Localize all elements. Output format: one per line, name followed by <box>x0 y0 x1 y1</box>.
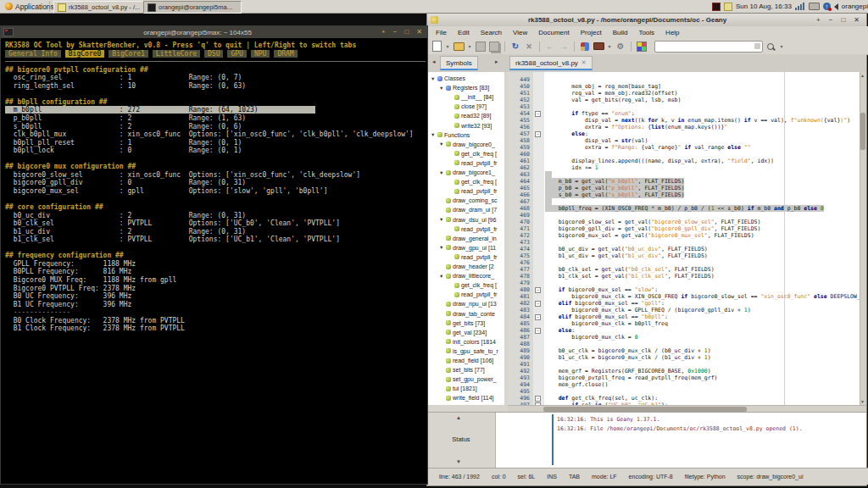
code-line[interactable]: 452 val = get_bits(reg_val, lsb, msb) <box>508 97 866 103</box>
code-line[interactable]: 485 bigcore0_mux_clk = b0pll_freq <box>508 320 866 327</box>
terminal-tab-gpu[interactable]: GPU <box>227 50 246 58</box>
symbol-item[interactable]: read_field [106] <box>439 356 493 365</box>
code-line[interactable]: 449 <box>508 76 866 83</box>
code-line[interactable]: 453 <box>508 103 866 110</box>
terminal-maximize-button[interactable]: □ <box>404 26 409 38</box>
code-line[interactable]: 461 display_lines.append(((name, disp_va… <box>508 158 866 164</box>
fold-marker-icon[interactable]: − <box>535 287 541 293</box>
code-line[interactable]: 472 bigcore0_mux_sel = get_val("bigcore0… <box>508 232 866 239</box>
save-button[interactable] <box>475 41 487 53</box>
menu-tools[interactable]: Tools <box>638 29 654 36</box>
code-line[interactable]: 487 bigcore0_mux_clk = 0 <box>508 334 866 341</box>
symbol-item[interactable]: ▼draw_gpu_ui [11 <box>439 243 496 252</box>
task-button-geany[interactable]: rk3588_octool_v8.py - /... <box>53 1 147 14</box>
execute-button[interactable]: ⚙ <box>615 41 626 53</box>
keyboard-layout-icon[interactable] <box>809 3 820 10</box>
code-line[interactable]: 486− else: <box>508 327 866 334</box>
symbol-item[interactable]: tui [1821] <box>439 384 477 393</box>
terminal-screen[interactable]: RK3588 OC Tool by SkatterBencher, v0.8 -… <box>1 38 427 482</box>
code-line[interactable]: 478 b1_clk_sel = get_val("b1_clk_sel", F… <box>508 273 866 280</box>
terminal-close-button[interactable]: ✕ <box>416 26 422 38</box>
message-tabs-up-icon[interactable]: ▲ <box>456 415 461 420</box>
nav-forward-button[interactable]: → <box>558 41 570 53</box>
symbol-item[interactable]: get_clk_freq [ <box>448 177 497 186</box>
symbol-item[interactable]: read_pvtpll_fr <box>448 158 497 168</box>
compile-button[interactable] <box>579 41 591 53</box>
code-line[interactable]: 468 b0pll_freq = (XIN_OSC0_FREQ * m_b0) … <box>508 205 866 212</box>
symbol-item[interactable]: ▼Registers [83] <box>439 83 489 92</box>
terminal-tab-bigcore0[interactable]: BigCore0 <box>65 50 105 58</box>
symbol-item[interactable]: get_clk_freq [ <box>448 149 497 158</box>
document-tab-close-icon[interactable]: ✕ <box>581 59 587 66</box>
terminal-menu-button[interactable]: + <box>381 26 386 38</box>
code-line[interactable]: 493 bigcore0_pvtpll_freq = read_pvtpll_f… <box>508 374 866 381</box>
nav-back-button[interactable]: ← <box>544 41 556 53</box>
code-line[interactable]: 480− if bigcore0_mux_sel == "slow": <box>508 286 866 293</box>
terminal-titlebar[interactable]: orangepi@orangepi5max: ~ 104x55 + − □ ✕ <box>1 26 427 38</box>
expander-icon[interactable]: ▼ <box>431 132 436 137</box>
code-line[interactable]: 474 b0_uc_div = get_val("b0_uc_div", FLA… <box>508 246 866 252</box>
menu-search[interactable]: Search <box>481 29 502 36</box>
symbols-panel[interactable]: ▼Classes▼Registers [83] __init__ [84] cl… <box>429 72 505 405</box>
new-file-button[interactable] <box>431 41 442 53</box>
code-line[interactable]: 462 idx += 1 <box>508 164 866 171</box>
message-tab-status[interactable]: Status <box>436 435 487 443</box>
code-line[interactable]: 463 <box>508 171 866 178</box>
code-line[interactable]: 491 <box>508 361 866 368</box>
fold-marker-icon[interactable]: − <box>535 328 541 334</box>
sidebar-tab-scroll-right-icon[interactable]: ▸ <box>495 58 498 65</box>
symbol-item[interactable]: ▼draw_dsu_ui [96 <box>439 215 496 225</box>
expander-icon[interactable]: ▼ <box>439 274 444 279</box>
code-line[interactable]: 450 mem_obj = reg_mem[base_tag] <box>508 83 866 90</box>
search-dropdown[interactable]: ▾ <box>778 43 785 49</box>
symbol-item[interactable]: get_bits [73] <box>439 319 485 328</box>
task-button-terminal[interactable]: orangepi@orangepi5ma... <box>143 1 242 14</box>
sidebar-tab-scroll-left-icon[interactable]: ◂ <box>432 58 436 65</box>
code-line[interactable]: 451 reg_val = mem_obj.read32(offset) <box>508 90 866 97</box>
expander-icon[interactable]: ▼ <box>439 86 444 91</box>
code-line[interactable]: 495 <box>508 388 866 395</box>
search-button[interactable] <box>765 41 776 53</box>
code-line[interactable]: 458 disp_val = str(val) <box>508 137 866 144</box>
color-chooser-button[interactable] <box>636 41 648 53</box>
fold-marker-icon[interactable]: − <box>535 301 541 307</box>
symbol-item[interactable]: ▼Functions <box>431 130 470 140</box>
menu-help[interactable]: Help <box>665 29 679 36</box>
code-line[interactable]: 464 m_b0 = get_val("m_b0pll", FLAT_FIELD… <box>508 178 866 185</box>
symbol-item[interactable]: draw_npu_ui [13 <box>439 299 497 308</box>
terminal-tab-bigcore1[interactable]: BigCore1 <box>108 50 148 58</box>
symbol-item[interactable]: read_pvtpll_fr <box>448 252 497 262</box>
code-line[interactable]: 466 s_b0 = get_val("s_b0pll", FLAT_FIELD… <box>508 191 866 198</box>
code-line[interactable]: 492 mem_grf = Registers(GRF_BIGCORE0_BAS… <box>508 368 866 374</box>
document-tab[interactable]: rk3588_octool_v8.py ✕ <box>509 56 593 70</box>
code-line[interactable]: 490 b1_uc_clk = bigcore0_mux_clk / (b1_u… <box>508 354 866 361</box>
code-line[interactable]: 471 bigcore0_gpll_div = get_val("bigcore… <box>508 225 866 232</box>
geany-close-button[interactable]: ✕ <box>854 14 860 26</box>
menu-view[interactable]: View <box>513 29 527 36</box>
network-signal-icon[interactable] <box>795 3 805 10</box>
symbol-item[interactable]: ▼draw_bigcore0_ <box>439 140 495 149</box>
code-line[interactable]: 460 <box>508 151 866 158</box>
code-line[interactable]: 475 b1_uc_div = get_val("b1_uc_div", FLA… <box>508 252 866 259</box>
symbol-item[interactable]: get_clk_freq [ <box>448 280 497 290</box>
symbol-item[interactable]: ▼Classes <box>431 74 465 83</box>
expander-icon[interactable]: ▼ <box>439 141 444 147</box>
symbol-item[interactable]: read_pvtpll_fr <box>448 290 497 299</box>
symbol-item[interactable]: close [97] <box>448 102 487 111</box>
code-line[interactable]: 494 mem_grf.close() <box>508 381 866 388</box>
code-editor[interactable]: 449450 mem_obj = reg_mem[base_tag]451 re… <box>508 72 866 405</box>
symbol-item[interactable]: ▼draw_littlecore_ <box>439 271 494 280</box>
expander-icon[interactable]: ▼ <box>439 217 444 222</box>
code-line[interactable]: 489 b0_uc_clk = bigcore0_mux_clk / (b0_u… <box>508 347 866 354</box>
symbol-item[interactable]: draw_general_in <box>439 234 497 243</box>
fold-marker-icon[interactable]: − <box>535 396 541 402</box>
symbol-item[interactable]: set_gpu_power_ <box>439 374 497 384</box>
expander-icon[interactable]: ▼ <box>439 170 444 175</box>
symbol-item[interactable]: draw_dram_ui [7 <box>439 205 497 214</box>
symbol-item[interactable]: is_gpu_safe_to_r <box>439 347 498 356</box>
message-tabs-down-icon[interactable]: ▼ <box>456 459 461 464</box>
geany-menu-button[interactable]: + <box>816 14 821 26</box>
symbol-item[interactable]: write32 [93] <box>448 121 492 130</box>
symbol-item[interactable]: __init__ [84] <box>448 92 493 102</box>
code-line[interactable]: 496− def get_clk_freq(sel, uc_clk): <box>508 395 866 402</box>
